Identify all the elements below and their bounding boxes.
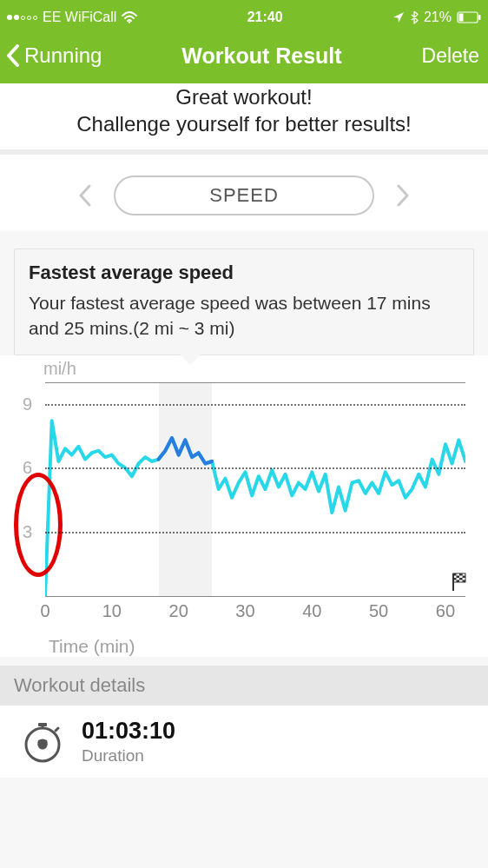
svg-rect-2 bbox=[458, 14, 463, 22]
y-tick: 6 bbox=[23, 458, 32, 478]
x-axis-label: Time (min) bbox=[49, 636, 474, 657]
status-right: 21% bbox=[392, 10, 481, 25]
duration-label: Duration bbox=[82, 746, 175, 765]
cell-signal-icon bbox=[7, 15, 37, 20]
x-ticks: 0102030405060 bbox=[45, 601, 465, 622]
grid-line bbox=[45, 467, 465, 469]
prev-metric-button[interactable] bbox=[74, 184, 96, 207]
delete-button[interactable]: Delete bbox=[422, 44, 479, 68]
finish-flag-icon bbox=[452, 572, 469, 596]
svg-line-9 bbox=[56, 728, 58, 731]
next-metric-button[interactable] bbox=[392, 184, 414, 207]
y-tick: 3 bbox=[23, 522, 32, 542]
status-left: EE WiFiCall bbox=[7, 10, 137, 25]
battery-icon bbox=[457, 11, 481, 23]
duration-text: 01:03:10 Duration bbox=[82, 718, 175, 765]
battery-pct: 21% bbox=[424, 10, 452, 25]
speed-chart: mi/h 0102030405060 369 Time (min) bbox=[0, 355, 488, 657]
duration-row: 01:03:10 Duration bbox=[0, 706, 488, 778]
stopwatch-icon bbox=[19, 719, 66, 765]
grid-line bbox=[45, 404, 465, 406]
details-header: Workout details bbox=[0, 666, 488, 706]
red-annotation-oval bbox=[14, 473, 63, 577]
insight-card: Fastest average speed Your fastest avera… bbox=[14, 248, 474, 355]
x-tick: 30 bbox=[235, 601, 254, 621]
insight-body: Your fastest average speed was between 1… bbox=[29, 291, 459, 341]
back-button[interactable]: Running bbox=[3, 43, 102, 69]
status-bar: EE WiFiCall 21:40 21% bbox=[0, 0, 488, 35]
x-tick: 40 bbox=[302, 601, 321, 621]
metric-button[interactable]: SPEED bbox=[114, 176, 374, 215]
hero-line2: Challenge yourself for better results! bbox=[9, 110, 479, 137]
back-label: Running bbox=[24, 43, 102, 68]
x-tick: 0 bbox=[40, 601, 49, 621]
metric-selector: SPEED bbox=[0, 155, 488, 231]
insight-title: Fastest average speed bbox=[29, 262, 459, 284]
y-unit-label: mi/h bbox=[43, 359, 474, 379]
chevron-right-icon bbox=[395, 183, 411, 208]
page-title: Workout Result bbox=[181, 43, 341, 69]
y-tick: 9 bbox=[23, 394, 32, 414]
grid-line bbox=[45, 532, 465, 533]
chevron-left-icon bbox=[3, 43, 23, 69]
duration-value: 01:03:10 bbox=[82, 718, 175, 745]
x-tick: 10 bbox=[102, 601, 122, 621]
bluetooth-icon bbox=[410, 10, 419, 24]
wifi-icon bbox=[122, 11, 137, 23]
location-icon bbox=[392, 11, 405, 23]
chart-line bbox=[45, 382, 465, 596]
x-tick: 60 bbox=[436, 601, 455, 621]
hero-line1: Great workout! bbox=[9, 83, 479, 110]
hero-message: Great workout! Challenge yourself for be… bbox=[0, 83, 488, 149]
status-time: 21:40 bbox=[247, 10, 283, 25]
svg-point-0 bbox=[129, 21, 130, 23]
svg-rect-7 bbox=[38, 723, 47, 726]
svg-rect-3 bbox=[478, 15, 481, 20]
carrier-label: EE WiFiCall bbox=[43, 10, 116, 25]
nav-bar: Running Workout Result Delete bbox=[0, 35, 488, 83]
x-tick: 50 bbox=[369, 601, 388, 621]
x-tick: 20 bbox=[169, 601, 188, 621]
chevron-left-icon bbox=[77, 183, 93, 208]
